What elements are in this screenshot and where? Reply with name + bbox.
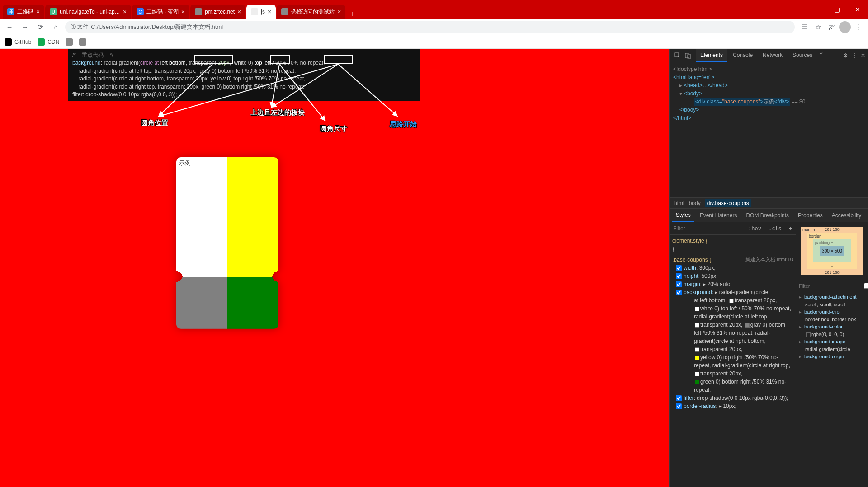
bookmark-cdn[interactable]: CDN: [38, 38, 59, 46]
window-maximize-button[interactable]: ▢: [826, 0, 847, 19]
new-tab-button[interactable]: +: [346, 9, 359, 19]
tab-label-5: 选择访问的测试站: [291, 8, 335, 16]
tab-2[interactable]: C 二维码 - 蓝湖 ×: [132, 5, 189, 19]
rule-source-link[interactable]: 新建文本文档.html:10: [745, 256, 793, 263]
tab-5[interactable]: 选择访问的测试站 ×: [277, 5, 345, 19]
github-icon: [5, 38, 12, 46]
nav-reload-button[interactable]: ⟳: [34, 21, 46, 33]
tab-label-4: js: [261, 9, 265, 15]
styles-new-rule-button[interactable]: +: [785, 225, 796, 232]
rule-toggle-margin[interactable]: [676, 281, 682, 287]
tab-close-icon[interactable]: ×: [237, 8, 241, 15]
box-model-diagram[interactable]: margin 261.188 border - padding - 300 × …: [796, 222, 868, 280]
computed-showall-checkbox[interactable]: [864, 283, 868, 289]
devtools-tabs-more-icon[interactable]: »: [820, 49, 823, 62]
rule-base-coupons[interactable]: 新建文本文档.html:10 .base-coupons { width: 30…: [672, 256, 793, 410]
tab-close-icon[interactable]: ×: [123, 8, 127, 15]
breadcrumb-body[interactable]: body: [689, 200, 701, 206]
tab-close-icon[interactable]: ×: [337, 8, 341, 15]
devtools-settings-icon[interactable]: ⚙: [843, 52, 848, 59]
breadcrumb-html[interactable]: html: [674, 200, 684, 206]
styles-tab-event-listeners[interactable]: Event Listeners: [696, 210, 741, 221]
rule-toggle-border-radius[interactable]: [676, 403, 682, 409]
box-content-size: 300 × 500: [820, 246, 844, 256]
bookmark-item[interactable]: [66, 38, 73, 46]
annotation-top-left-block: 上边且左边的板块: [250, 108, 305, 117]
styles-hov-toggle[interactable]: :hov: [745, 225, 765, 232]
bookmark-github[interactable]: GitHub: [5, 38, 31, 46]
devtools-tab-sources[interactable]: Sources: [788, 49, 817, 62]
computed-prop-name[interactable]: background-clip: [804, 308, 840, 316]
styles-tab-accessibility[interactable]: Accessibility: [828, 210, 865, 221]
nav-back-button[interactable]: ←: [4, 21, 15, 33]
rule-element-style[interactable]: element.style { }: [672, 237, 793, 253]
chrome-menu-button[interactable]: ⋮: [853, 21, 864, 33]
devtools-close-icon[interactable]: ✕: [861, 52, 865, 59]
node-html-close[interactable]: </html>: [673, 115, 691, 121]
box-margin-bottom: 261.188: [825, 270, 840, 275]
computed-prop-name[interactable]: background-origin: [804, 353, 844, 361]
annotation-arrows: [0, 49, 669, 487]
devtools-panel: Elements Console Network Sources » ⚙ ⋮ ✕…: [669, 49, 868, 487]
styles-rules-pane: :hov .cls + element.style { } 新建文本文档.htm…: [670, 222, 796, 487]
node-body-close[interactable]: </body>: [679, 107, 699, 113]
tab-close-icon[interactable]: ×: [181, 8, 185, 15]
tab-close-icon[interactable]: ×: [268, 8, 271, 15]
devtools-menu-icon[interactable]: ⋮: [852, 52, 857, 59]
tab-4-active[interactable]: js ×: [246, 5, 276, 19]
nav-home-button[interactable]: ⌂: [50, 21, 61, 33]
tab-label-3: pm.zrtec.net: [205, 9, 235, 15]
computed-prop-name[interactable]: background-attachment: [804, 293, 857, 301]
profile-avatar-button[interactable]: [839, 21, 851, 33]
tab-3[interactable]: pm.zrtec.net ×: [190, 5, 245, 19]
rule-toggle-background[interactable]: [676, 290, 682, 295]
box-border-label: border: [809, 234, 821, 239]
devtools-tab-network[interactable]: Network: [758, 49, 787, 62]
rule-toggle-filter[interactable]: [676, 395, 682, 401]
devtools-tab-elements[interactable]: Elements: [696, 49, 727, 62]
selected-node-base-coupons[interactable]: <div class="base-coupons">示例</div>: [694, 98, 790, 106]
omnibox[interactable]: ① 文件 C:/Users/Administrator/Desktop/新建文本…: [65, 21, 795, 33]
tab-1[interactable]: U uni.navigateTo - uni-app官网 ×: [45, 5, 131, 19]
inspect-element-icon[interactable]: [672, 51, 682, 61]
styles-tab-dom-breakpoints[interactable]: DOM Breakpoints: [742, 210, 793, 221]
code-overlay: /* 重点代码 */ background: radial-gradient(c…: [68, 49, 420, 101]
devtools-elements-tree[interactable]: <!doctype html> <html lang="en"> ▸<head>…: [670, 62, 868, 198]
styles-cls-toggle[interactable]: .cls: [765, 225, 785, 232]
styles-filter-input[interactable]: [670, 225, 745, 232]
styles-computed-pane: margin 261.188 border - padding - 300 × …: [796, 222, 868, 487]
svg-rect-7: [685, 53, 689, 58]
node-body-open[interactable]: <body>: [684, 90, 702, 97]
tab-0[interactable]: 译 二维码 ×: [3, 5, 44, 19]
devtools-tab-console[interactable]: Console: [728, 49, 757, 62]
bookmark-item[interactable]: [79, 38, 86, 46]
computed-filter-input[interactable]: [799, 283, 861, 289]
extension-icon-2[interactable]: 🕊: [826, 21, 837, 33]
bookmark-star-icon[interactable]: ☆: [812, 21, 824, 33]
computed-prop-name[interactable]: background-image: [804, 338, 845, 346]
styles-tab-styles[interactable]: Styles: [672, 209, 694, 222]
tab-close-icon[interactable]: ×: [36, 8, 40, 15]
tab-favicon-1: U: [50, 8, 57, 15]
styles-tab-properties[interactable]: Properties: [794, 210, 826, 221]
tab-strip: 译 二维码 × U uni.navigateTo - uni-app官网 × C…: [0, 0, 359, 19]
window-minimize-button[interactable]: —: [806, 0, 826, 19]
browser-titlebar: 译 二维码 × U uni.navigateTo - uni-app官网 × C…: [0, 0, 868, 19]
rule-toggle-width[interactable]: [676, 265, 682, 271]
cdn-icon: [38, 38, 45, 46]
device-toggle-icon[interactable]: [683, 51, 693, 61]
rule-toggle-height[interactable]: [676, 273, 682, 279]
code-line: radial-gradient(circle at right top, tra…: [72, 84, 304, 90]
node-html-open[interactable]: <html lang="en">: [673, 74, 715, 80]
nav-forward-button[interactable]: →: [19, 21, 31, 33]
breadcrumb-div-base-coupons[interactable]: div.base-coupons: [705, 199, 751, 207]
node-doctype: <!doctype html>: [673, 66, 712, 72]
computed-properties-list[interactable]: ▸background-attachment scroll, scroll, s…: [796, 291, 868, 487]
window-close-button[interactable]: ✕: [847, 0, 868, 19]
extension-icon-1[interactable]: ☰: [798, 21, 810, 33]
code-highlight-20px: [270, 55, 290, 64]
bookmark-label: GitHub: [14, 39, 31, 45]
computed-prop-name[interactable]: background-color: [804, 323, 843, 331]
node-head[interactable]: <head>…</head>: [684, 82, 728, 89]
code-line: radial-gradient(circle at left top, tran…: [72, 68, 296, 74]
